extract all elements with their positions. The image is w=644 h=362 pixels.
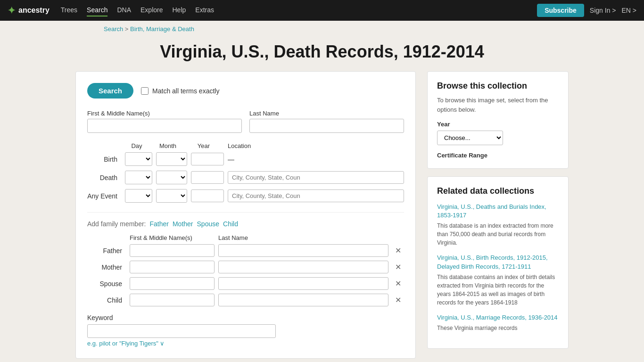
- search-top: Search Match all terms exactly: [87, 83, 404, 99]
- death-month-select[interactable]: [156, 171, 187, 184]
- last-name-input[interactable]: [249, 119, 404, 133]
- related-title: Related data collections: [437, 186, 559, 196]
- death-label: Death: [87, 174, 121, 181]
- add-spouse-link[interactable]: Spouse: [197, 220, 219, 228]
- browse-desc: To browse this image set, select from th…: [437, 96, 559, 114]
- breadcrumb-category[interactable]: Birth, Marriage & Death: [130, 25, 194, 33]
- child-last-input[interactable]: [218, 294, 388, 306]
- add-father-link[interactable]: Father: [149, 220, 168, 228]
- family-col-last-label: Last Name: [218, 234, 404, 241]
- nav-explore[interactable]: Explore: [140, 4, 163, 16]
- birth-label: Birth: [87, 156, 121, 163]
- col-year-label: Year: [187, 142, 220, 149]
- nav-links: Trees Search DNA Explore Help Extras: [61, 4, 526, 16]
- year-select[interactable]: Choose...: [437, 131, 503, 145]
- browse-title: Browse this collection: [437, 81, 559, 91]
- signin-link[interactable]: Sign In >: [590, 7, 616, 14]
- father-remove-button[interactable]: ✕: [392, 245, 404, 256]
- search-panel: Search Match all terms exactly First & M…: [75, 71, 416, 359]
- lang-selector[interactable]: EN >: [621, 7, 636, 14]
- add-family-label: Add family member:: [87, 220, 146, 228]
- related-link-1[interactable]: Virginia, U.S., Birth Records, 1912-2015…: [437, 254, 559, 271]
- match-text: Match all terms exactly: [152, 87, 219, 95]
- page-title: Virginia, U.S., Death Records, 1912-2014: [0, 42, 644, 62]
- logo-text: ancestry: [18, 6, 50, 15]
- death-year-input[interactable]: [191, 171, 224, 184]
- child-label: Child: [87, 296, 126, 304]
- mother-remove-button[interactable]: ✕: [392, 262, 404, 272]
- search-button[interactable]: Search: [87, 83, 133, 99]
- any-event-location-input[interactable]: [228, 189, 404, 202]
- col-month-label: Month: [152, 142, 183, 149]
- browse-card: Browse this collection To browse this im…: [427, 71, 569, 169]
- any-event-label: Any Event: [87, 192, 121, 200]
- mother-first-input[interactable]: [130, 261, 215, 273]
- keyword-input[interactable]: [87, 324, 276, 338]
- name-row: First & Middle Name(s) Last Name: [87, 110, 404, 133]
- related-desc-2: These Virginia marriage records: [437, 324, 559, 332]
- first-name-group: First & Middle Name(s): [87, 110, 242, 133]
- nav-extras[interactable]: Extras: [195, 4, 214, 16]
- any-event-month-select[interactable]: [156, 189, 187, 203]
- birth-dash: —: [228, 156, 234, 163]
- any-event-row: Any Event: [87, 189, 404, 203]
- birth-year-input[interactable]: [191, 153, 224, 165]
- nav-search[interactable]: Search: [87, 4, 107, 16]
- father-first-input[interactable]: [130, 244, 215, 257]
- keyword-hint[interactable]: e.g. pilot or "Flying Tigers" ∨: [87, 340, 404, 347]
- birth-month-select[interactable]: [156, 152, 187, 166]
- related-link-2[interactable]: Virginia, U.S., Marriage Records, 1936-2…: [437, 313, 559, 322]
- nav-dna[interactable]: DNA: [117, 4, 131, 16]
- nav-trees[interactable]: Trees: [61, 4, 77, 16]
- nav-help[interactable]: Help: [173, 4, 186, 16]
- add-family-bar: Add family member: Father Mother Spouse …: [87, 220, 404, 228]
- any-event-day-select[interactable]: [125, 189, 152, 203]
- right-panel: Browse this collection To browse this im…: [427, 71, 569, 359]
- related-link-0[interactable]: Virginia, U.S., Deaths and Burials Index…: [437, 203, 559, 220]
- mother-last-input[interactable]: [218, 261, 388, 273]
- child-row: Child ✕: [87, 294, 404, 306]
- birth-event-row: Birth —: [87, 152, 404, 166]
- year-label: Year: [437, 121, 559, 128]
- death-location-input[interactable]: [228, 171, 404, 184]
- birth-day-select[interactable]: [125, 152, 152, 166]
- col-day-label: Day: [125, 142, 149, 149]
- add-child-link[interactable]: Child: [223, 220, 238, 228]
- first-name-input[interactable]: [87, 119, 242, 133]
- breadcrumb-separator: >: [123, 25, 130, 33]
- child-first-input[interactable]: [130, 294, 215, 306]
- spouse-first-input[interactable]: [130, 277, 215, 290]
- death-day-select[interactable]: [125, 171, 152, 184]
- family-col-first-label: First & Middle Name(s): [130, 234, 215, 241]
- related-card: Related data collections Virginia, U.S.,…: [427, 176, 569, 349]
- subscribe-button[interactable]: Subscribe: [537, 4, 584, 17]
- last-name-label: Last Name: [249, 110, 404, 117]
- main-nav: ✦ ancestry Trees Search DNA Explore Help…: [0, 0, 644, 21]
- family-section: Add family member: Father Mother Spouse …: [87, 212, 404, 306]
- father-row: Father ✕: [87, 244, 404, 257]
- child-remove-button[interactable]: ✕: [392, 295, 404, 305]
- spouse-label: Spouse: [87, 280, 126, 288]
- logo-icon: ✦: [8, 5, 16, 16]
- keyword-label: Keyword: [87, 314, 404, 321]
- spouse-last-input[interactable]: [218, 277, 388, 290]
- match-label: Match all terms exactly: [141, 87, 219, 95]
- father-last-input[interactable]: [218, 244, 388, 257]
- add-mother-link[interactable]: Mother: [173, 220, 193, 228]
- related-item-2: Virginia, U.S., Marriage Records, 1936-2…: [437, 313, 559, 332]
- nav-right: Subscribe Sign In > EN >: [537, 4, 636, 17]
- family-table-header: First & Middle Name(s) Last Name: [130, 234, 404, 241]
- breadcrumb-search[interactable]: Search: [104, 25, 123, 33]
- page-title-wrap: Virginia, U.S., Death Records, 1912-2014: [0, 37, 644, 71]
- any-event-year-input[interactable]: [191, 189, 224, 202]
- col-location-label: Location: [228, 142, 404, 149]
- spouse-row: Spouse ✕: [87, 277, 404, 290]
- mother-label: Mother: [87, 263, 126, 271]
- logo[interactable]: ✦ ancestry: [8, 5, 50, 16]
- related-desc-0: This database is an index extracted from…: [437, 222, 559, 247]
- event-header-row: Day Month Year Location: [125, 142, 404, 149]
- spouse-remove-button[interactable]: ✕: [392, 278, 404, 289]
- event-table: Day Month Year Location Birth — Death: [87, 142, 404, 203]
- match-checkbox[interactable]: [141, 87, 149, 95]
- related-item-1: Virginia, U.S., Birth Records, 1912-2015…: [437, 254, 559, 306]
